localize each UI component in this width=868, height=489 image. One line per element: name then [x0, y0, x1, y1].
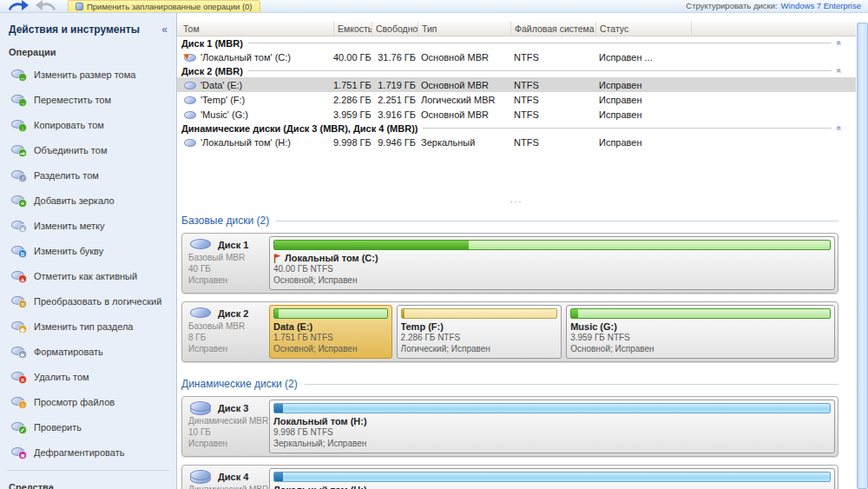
- disk-panel[interactable]: Диск 4Динамический MBR10 ГБИсправенЛокал…: [181, 465, 838, 489]
- undo-arrow-icon[interactable]: [35, 0, 57, 11]
- free-space-cell: 2.251 ГБ: [372, 95, 418, 105]
- change-letter-icon: b: [11, 245, 26, 256]
- volume-attrs: Зеркальный; Исправен: [273, 439, 831, 450]
- sidebar-item-split-volume[interactable]: ∕Разделить том: [0, 162, 176, 188]
- sidebar-item-change-partition-type[interactable]: ◆Изменить тип раздела: [0, 314, 176, 339]
- sidebar-item-delete-volume[interactable]: ×Удалить том: [0, 364, 176, 389]
- volume-row[interactable]: 'Data' (E:)1.751 ГБ1.719 ГБОсновной MBRN…: [177, 77, 856, 92]
- column-header-0[interactable]: Том: [177, 22, 333, 36]
- volume-title-text: Temp (F:): [401, 321, 444, 332]
- used-space-fill: [274, 472, 283, 481]
- merge-volume-icon: ⇒: [11, 144, 26, 155]
- status-cell: Исправен: [595, 109, 691, 120]
- commit-pending-operations-button[interactable]: Применить запланированные операции (0): [68, 0, 260, 13]
- space-usage-bar: [273, 472, 831, 482]
- collapse-chevron-icon[interactable]: «: [835, 69, 845, 74]
- volume-name-cell: 'Локальный том' (H:): [177, 137, 333, 148]
- column-header-1[interactable]: Емкость: [333, 22, 372, 36]
- group-rule: [248, 43, 832, 43]
- column-header-5[interactable]: Статус: [595, 22, 691, 36]
- table-header-row: ТомЕмкостьСвободноТипФайловая системаСта…: [177, 22, 856, 36]
- volume-attrs: Логический; Исправен: [401, 344, 558, 355]
- collapse-chevron-icon[interactable]: «: [835, 126, 845, 131]
- disk-group-row[interactable]: Диск 1 (MBR)«: [177, 36, 856, 50]
- os-edition-link[interactable]: Windows 7 Enterprise: [781, 1, 861, 10]
- top-toolbar: Применить запланированные операции (0) С…: [0, 0, 868, 13]
- sidebar-item-merge-volume[interactable]: ⇒Объединить том: [0, 137, 176, 162]
- disk-info: Диск 3Динамический MBR10 ГБИсправен: [185, 400, 265, 453]
- volume-row[interactable]: 'Локальный том' (C:)40.00 ГБ31.76 ГБОсно…: [177, 50, 856, 64]
- sidebar-item-format-volume[interactable]: ∗Форматировать: [0, 339, 176, 364]
- sidebar-item-convert-logical[interactable]: ≡Преобразовать в логический: [0, 288, 176, 314]
- disk-size: 10 ГБ: [187, 426, 263, 438]
- disk-group-row[interactable]: Диск 2 (MBR)«: [177, 64, 856, 77]
- disk-kind: Динамический MBR: [187, 415, 263, 426]
- basic-disk-icon: [190, 307, 213, 320]
- sidebar-item-browse-files[interactable]: ○Просмотр файлов: [0, 389, 176, 414]
- volume-name-cell: 'Data' (E:): [177, 80, 333, 90]
- sidebar-item-add-mirror[interactable]: +Добавить зеркало: [0, 188, 176, 213]
- capacity-cell: 9.998 ГБ: [333, 137, 372, 148]
- sidebar-item-resize-volume[interactable]: ↔Изменить размер тома: [0, 62, 176, 87]
- space-usage-bar: [273, 403, 831, 413]
- sidebar-item-change-label[interactable]: aИзменить метку: [0, 213, 176, 238]
- used-space-fill: [571, 309, 577, 318]
- sidebar-item-label: Изменить тип раздела: [34, 321, 134, 332]
- section-rule: [305, 384, 838, 385]
- disk-volume-block[interactable]: Music (G:)3.959 ГБ NTFSОсновной; Исправе…: [566, 305, 835, 359]
- vertical-scrollbar[interactable]: [857, 23, 868, 489]
- column-header-2[interactable]: Свободно: [372, 22, 418, 36]
- status-cell: Исправен: [595, 95, 691, 105]
- volume-row[interactable]: 'Temp' (F:)2.286 ГБ2.251 ГБЛогический MB…: [177, 92, 856, 107]
- acronis-disk-director-window: Применить запланированные операции (0) С…: [0, 0, 868, 489]
- sidebar-item-label: Проверить: [34, 422, 82, 433]
- disk-size: 8 ГБ: [187, 332, 263, 343]
- sidebar-item-copy-volume[interactable]: ↓Копировать том: [0, 112, 176, 137]
- volume-title-text: Локальный том (H:): [273, 485, 367, 489]
- sidebar-item-check-volume[interactable]: ✓Проверить: [0, 414, 176, 439]
- check-volume-icon: ✓: [11, 421, 26, 433]
- disk-section-header: Динамические диски (2): [181, 370, 838, 396]
- sidebar-collapse-icon[interactable]: «: [161, 25, 168, 34]
- disk-volume-block[interactable]: Локальный том (C:)40.00 ГБ NTFSОсновной;…: [269, 236, 835, 290]
- volume-row[interactable]: 'Music' (G:)3.959 ГБ3.916 ГБОсновной MBR…: [177, 107, 856, 122]
- space-usage-bar: [273, 308, 388, 319]
- disk-panel[interactable]: Диск 3Динамический MBR10 ГБИсправенЛокал…: [181, 396, 838, 457]
- column-header-4[interactable]: Файловая система: [510, 22, 595, 36]
- sidebar-item-defragment[interactable]: ■Дефрагментировать: [0, 439, 176, 465]
- disk-panel[interactable]: Диск 1Базовый MBR40 ГБИсправенЛокальный …: [181, 233, 838, 294]
- disk-panel[interactable]: Диск 2Базовый MBR8 ГБИсправенData (E:)1.…: [181, 301, 838, 362]
- capacity-cell: 2.286 ГБ: [333, 95, 372, 105]
- volume-icon: [184, 138, 196, 147]
- volume-size-fs: 1.751 ГБ NTFS: [273, 333, 388, 344]
- sidebar-item-change-letter[interactable]: bИзменить букву: [0, 238, 176, 263]
- disk-volume-block[interactable]: Локальный том (H:)9.998 ГБ NTFSЗеркальны…: [269, 468, 835, 489]
- type-cell: Основной MBR: [418, 80, 510, 90]
- disk-volume-block[interactable]: Temp (F:)2.286 ГБ NTFSЛогический; Исправ…: [397, 305, 562, 359]
- table-body: Диск 1 (MBR)«'Локальный том' (C:)40.00 Г…: [177, 36, 856, 149]
- group-rule: [423, 128, 832, 129]
- filesystem-cell: NTFS: [510, 109, 595, 120]
- disk-name: Диск 1: [218, 240, 248, 250]
- change-partition-type-icon: ◆: [11, 320, 26, 332]
- volume-title: Локальный том (C:): [273, 252, 831, 264]
- disk-kind: Динамический MBR: [187, 484, 263, 489]
- sidebar-item-mark-active[interactable]: ▲Отметить как активный: [0, 263, 176, 288]
- collapse-chevron-icon[interactable]: «: [835, 41, 845, 46]
- disk-group-row[interactable]: Динамические диски (Диск 3 (MBR), Диск 4…: [177, 122, 856, 135]
- sidebar-item-move-volume[interactable]: →Переместить том: [0, 87, 176, 112]
- sidebar-item-label: Разделить том: [34, 170, 99, 181]
- redo-arrow-icon[interactable]: [7, 0, 30, 11]
- add-mirror-icon: +: [11, 195, 26, 206]
- column-header-3[interactable]: Тип: [418, 22, 510, 36]
- active-flag-icon: [273, 254, 281, 263]
- volume-name: 'Temp' (F:): [201, 95, 245, 105]
- convert-logical-icon: ≡: [11, 295, 26, 307]
- disk-volume-block[interactable]: Data (E:)1.751 ГБ NTFSОсновной; Исправен: [269, 305, 392, 359]
- disk-volume-block[interactable]: Локальный том (H:)9.998 ГБ NTFSЗеркальны…: [269, 400, 835, 453]
- volume-row[interactable]: 'Локальный том' (H:)9.998 ГБ9.946 ГБЗерк…: [177, 135, 856, 149]
- disk-volumes: Локальный том (H:)9.998 ГБ NTFSЗеркальны…: [269, 400, 835, 453]
- disk-info: Диск 1Базовый MBR40 ГБИсправен: [185, 236, 265, 290]
- pane-splitter[interactable]: ...: [177, 195, 856, 207]
- sidebar-item-label: Копировать том: [34, 120, 104, 130]
